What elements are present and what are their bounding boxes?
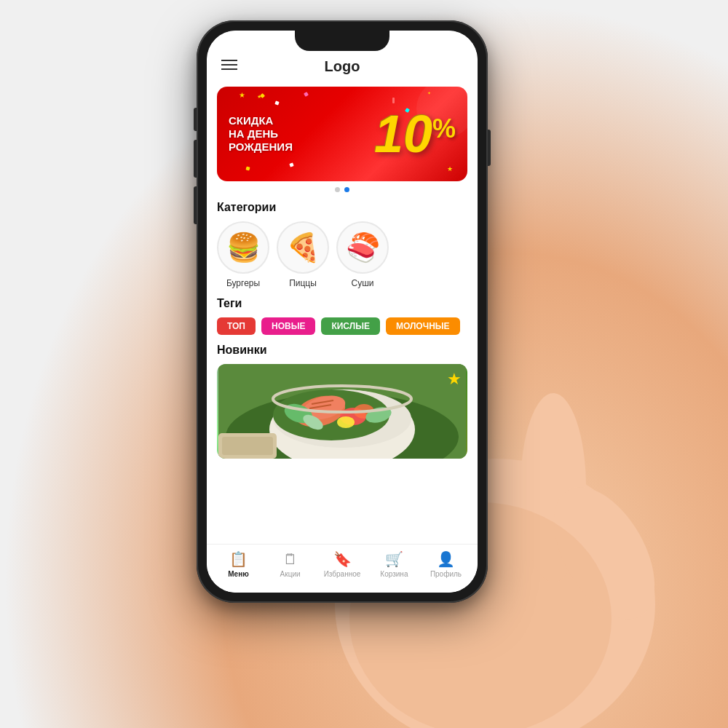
- nav-menu[interactable]: 📋 Меню: [221, 550, 257, 578]
- nav-favorites[interactable]: 🔖 Избранное: [324, 550, 361, 578]
- logo: Logo: [325, 58, 360, 75]
- banner-line2: НА ДЕНЬ: [229, 127, 293, 141]
- volume-up-button: [194, 140, 197, 178]
- salad-image: ★: [217, 364, 467, 459]
- favorites-icon: 🔖: [333, 550, 352, 568]
- tag-dairy[interactable]: МОЛОЧНЫЕ: [386, 317, 460, 335]
- novelties-section: Новинки: [207, 338, 478, 462]
- nav-menu-label: Меню: [228, 570, 248, 578]
- sushi-emoji: 🍣: [346, 232, 380, 264]
- phone-frame: Logo: [197, 20, 488, 603]
- power-button: [488, 130, 491, 166]
- banner-section: ★ ★ ★ ✦ СКИДКА НА ДЕНЬ РОЖДЕНИЯ 10: [207, 81, 478, 181]
- tags-row: ТОП НОВЫЕ КИСЛЫЕ МОЛОЧНЫЕ: [217, 317, 467, 335]
- category-sushi[interactable]: 🍣 Суши: [336, 221, 389, 288]
- sushi-circle: 🍣: [336, 221, 389, 274]
- burger-emoji: 🍔: [226, 232, 261, 264]
- star-deco-1: ★: [239, 91, 245, 99]
- star-deco-3: ★: [447, 165, 453, 173]
- nav-profile-label: Профиль: [430, 570, 462, 578]
- pizza-circle: 🍕: [277, 221, 329, 274]
- volume-down-button: [194, 186, 197, 224]
- promo-banner[interactable]: ★ ★ ★ ✦ СКИДКА НА ДЕНЬ РОЖДЕНИЯ 10: [217, 87, 467, 181]
- categories-row: 🍔 Бургеры 🍕 Пиццы: [217, 221, 467, 288]
- banner-line1: СКИДКА: [229, 114, 293, 127]
- star-deco-2: ★: [257, 94, 261, 100]
- burger-label: Бургеры: [226, 278, 260, 288]
- svg-rect-25: [222, 437, 273, 455]
- svg-point-19: [337, 416, 355, 428]
- nav-profile[interactable]: 👤 Профиль: [427, 550, 464, 578]
- novelties-title: Новинки: [217, 344, 467, 357]
- carousel-dots: [207, 181, 478, 195]
- nav-promotions[interactable]: 🗒 Акции: [272, 551, 309, 578]
- mute-button: [194, 108, 197, 131]
- sushi-label: Суши: [352, 278, 374, 288]
- tags-title: Теги: [217, 297, 467, 310]
- tag-new[interactable]: НОВЫЕ: [261, 317, 315, 335]
- profile-icon: 👤: [437, 550, 455, 568]
- menu-icon: 📋: [229, 550, 248, 568]
- promotions-icon: 🗒: [283, 551, 298, 568]
- favorite-star[interactable]: ★: [447, 370, 462, 389]
- dot-2[interactable]: [344, 187, 349, 192]
- scene: Logo: [0, 0, 728, 728]
- percent-sign: %: [432, 114, 456, 144]
- tags-section: Теги ТОП НОВЫЕ КИСЛЫЕ МОЛОЧНЫЕ: [207, 291, 478, 338]
- category-pizza[interactable]: 🍕 Пиццы: [277, 221, 329, 288]
- nav-cart[interactable]: 🛒 Корзина: [376, 550, 412, 578]
- banner-number: 10 %: [374, 108, 456, 160]
- notch: [295, 31, 389, 51]
- cart-icon: 🛒: [385, 550, 403, 568]
- categories-section: Категории 🍔 Бургеры 🍕: [207, 195, 478, 291]
- burger-circle: 🍔: [217, 221, 269, 274]
- star-deco-4: ✦: [427, 90, 431, 95]
- main-scroll[interactable]: ★ ★ ★ ✦ СКИДКА НА ДЕНЬ РОЖДЕНИЯ 10: [207, 81, 478, 544]
- screen-content: Logo: [207, 31, 478, 593]
- novelties-image[interactable]: ★: [217, 364, 467, 459]
- bottom-nav: 📋 Меню 🗒 Акции 🔖 Избранное 🛒 Корзина: [207, 544, 478, 593]
- pizza-label: Пиццы: [289, 278, 317, 288]
- pizza-emoji: 🍕: [286, 232, 320, 264]
- nav-cart-label: Корзина: [380, 570, 408, 578]
- category-burgers[interactable]: 🍔 Бургеры: [217, 221, 269, 288]
- banner-text: СКИДКА НА ДЕНЬ РОЖДЕНИЯ: [229, 114, 293, 154]
- tag-top[interactable]: ТОП: [217, 317, 256, 335]
- nav-promotions-label: Акции: [280, 570, 301, 578]
- tag-sour[interactable]: КИСЛЫЕ: [321, 317, 380, 335]
- hamburger-menu-button[interactable]: [221, 60, 237, 70]
- banner-line3: РОЖДЕНИЯ: [229, 141, 293, 154]
- categories-title: Категории: [217, 201, 467, 214]
- dot-1[interactable]: [335, 187, 340, 192]
- phone-screen: Logo: [207, 31, 478, 593]
- discount-number: 10: [374, 108, 432, 160]
- nav-favorites-label: Избранное: [324, 570, 361, 578]
